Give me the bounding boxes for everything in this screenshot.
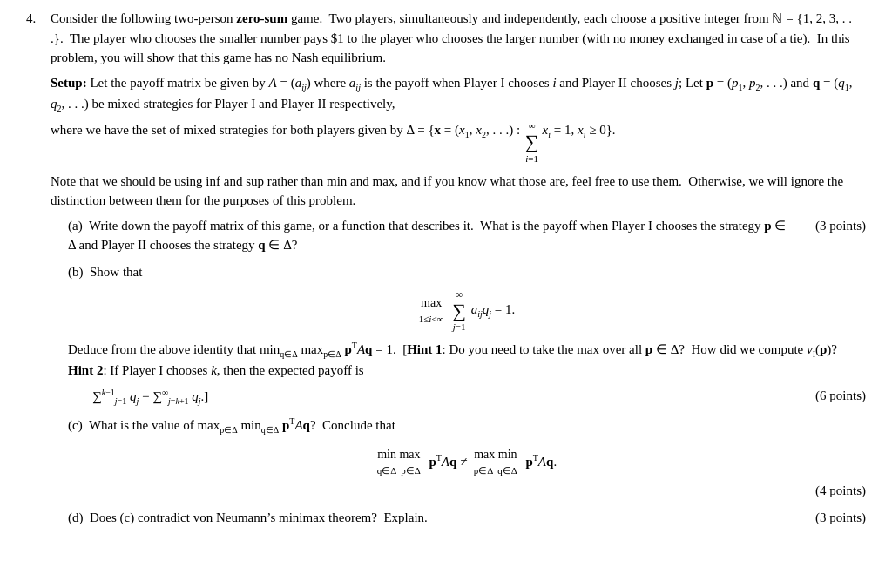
part-b-sum-row: ∑k−1j=1 qj − ∑∞j=k+1 qj.] (6 points): [68, 386, 866, 408]
q-bold: q: [813, 76, 820, 90]
part-d-text: (d) Does (c) contradict von Neumann’s mi…: [68, 508, 428, 528]
part-c-formula-end: pTAq.: [523, 455, 557, 469]
part-b-sum-expr: ∑k−1j=1 qj − ∑∞j=k+1 qj.]: [92, 386, 208, 408]
part-a-points: (3 points): [796, 216, 866, 236]
problem-container: 4. Consider the following two-person zer…: [26, 9, 866, 534]
hint2-label: Hint 2: [68, 363, 103, 377]
part-b-formula: max 1≤i<∞ ∞ ∑ j=1 aijqj = 1.: [68, 287, 866, 334]
part-c-formula: min max q∈Δ p∈Δ pTAq ≠ max min p∈Δ q∈Δ p…: [68, 445, 866, 478]
part-c-formula-body: pTAq ≠: [426, 455, 470, 469]
part-c: (c) What is the value of maxp∈Δ minq∈Δ p…: [68, 415, 866, 501]
part-d-row: (d) Does (c) contradict von Neumann’s mi…: [68, 508, 866, 528]
where-text: where we have the set of mixed strategie…: [51, 120, 524, 141]
part-b-header: (b) Show that: [68, 262, 866, 282]
part-a-text: (a) Write down the payoff matrix of this…: [68, 216, 796, 255]
hint1-label: Hint 1: [407, 342, 442, 356]
part-a: (a) Write down the payoff matrix of this…: [68, 216, 866, 255]
problem-number: 4.: [26, 9, 51, 534]
sum-condition: xi = 1, xi ≥ 0}.: [543, 120, 616, 141]
part-b-deduce: Deduce from the above identity that minq…: [68, 339, 866, 381]
p-bold: p: [706, 76, 713, 90]
part-c-points: (4 points): [68, 481, 866, 501]
part-b-points: (6 points): [796, 386, 866, 406]
where-line: where we have the set of mixed strategie…: [51, 120, 866, 166]
setup-label: Setup:: [51, 76, 87, 90]
problem-content: Consider the following two-person zero-s…: [51, 9, 866, 534]
setup-paragraph: Setup: Let the payoff matrix be given by…: [51, 73, 866, 115]
part-c-text: (c) What is the value of maxp∈Δ minq∈Δ p…: [68, 415, 866, 436]
intro-paragraph: Consider the following two-person zero-s…: [51, 9, 866, 68]
formula-body: aijqj = 1.: [471, 302, 516, 316]
part-d: (d) Does (c) contradict von Neumann’s mi…: [68, 508, 866, 528]
part-d-points: (3 points): [796, 508, 866, 528]
bold-zero-sum: zero-sum: [236, 11, 287, 25]
part-a-content: (a) Write down the payoff matrix of this…: [68, 216, 866, 255]
note-paragraph: Note that we should be using inf and sup…: [51, 172, 866, 211]
sum-notation: ∞ ∑ i=1: [525, 118, 539, 166]
part-b: (b) Show that max 1≤i<∞ ∞ ∑ j=1 aijqj = …: [68, 262, 866, 408]
